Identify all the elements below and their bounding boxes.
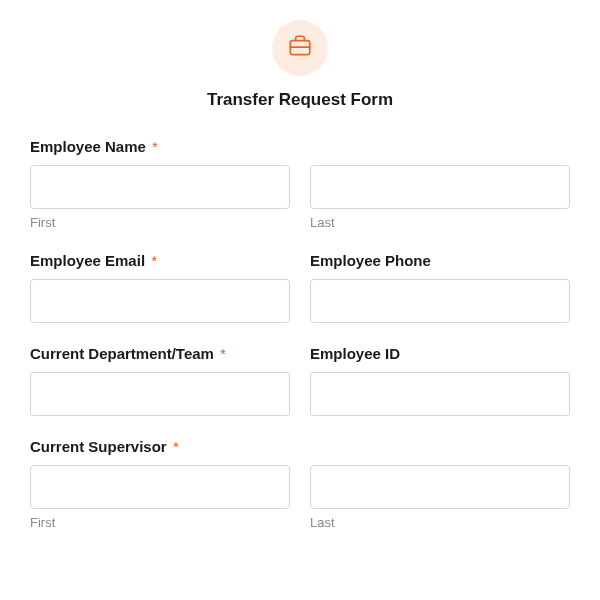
- form-title: Transfer Request Form: [207, 90, 393, 110]
- supervisor-first-input[interactable]: [30, 465, 290, 509]
- field-employee-email: Employee Email *: [30, 252, 290, 323]
- current-department-input[interactable]: [30, 372, 290, 416]
- employee-name-last-col: Last: [310, 165, 570, 230]
- header-icon-circle: [272, 20, 328, 76]
- employee-name-first-col: First: [30, 165, 290, 230]
- required-mark: *: [220, 345, 226, 362]
- label-current-department: Current Department/Team *: [30, 345, 290, 362]
- field-employee-phone: Employee Phone: [310, 252, 570, 323]
- required-mark: *: [173, 438, 179, 455]
- label-employee-id-text: Employee ID: [310, 345, 400, 362]
- employee-phone-input[interactable]: [310, 279, 570, 323]
- employee-name-last-input[interactable]: [310, 165, 570, 209]
- field-employee-id: Employee ID: [310, 345, 570, 416]
- supervisor-first-sublabel: First: [30, 515, 290, 530]
- employee-name-last-sublabel: Last: [310, 215, 570, 230]
- supervisor-last-col: Last: [310, 465, 570, 530]
- label-current-department-text: Current Department/Team: [30, 345, 214, 362]
- supervisor-last-input[interactable]: [310, 465, 570, 509]
- field-current-department: Current Department/Team *: [30, 345, 290, 416]
- employee-email-input[interactable]: [30, 279, 290, 323]
- briefcase-icon: [287, 33, 313, 63]
- supervisor-first-col: First: [30, 465, 290, 530]
- form-header: Transfer Request Form: [30, 20, 570, 110]
- label-employee-email-text: Employee Email: [30, 252, 145, 269]
- field-current-supervisor: Current Supervisor * First Last: [30, 438, 570, 530]
- required-mark: *: [151, 252, 157, 269]
- field-employee-name: Employee Name * First Last: [30, 138, 570, 230]
- label-current-supervisor-text: Current Supervisor: [30, 438, 167, 455]
- label-employee-email: Employee Email *: [30, 252, 290, 269]
- label-current-supervisor: Current Supervisor *: [30, 438, 570, 455]
- employee-id-input[interactable]: [310, 372, 570, 416]
- label-employee-phone-text: Employee Phone: [310, 252, 431, 269]
- employee-name-first-sublabel: First: [30, 215, 290, 230]
- label-employee-name: Employee Name *: [30, 138, 570, 155]
- required-mark: *: [152, 138, 158, 155]
- label-employee-id: Employee ID: [310, 345, 570, 362]
- label-employee-name-text: Employee Name: [30, 138, 146, 155]
- label-employee-phone: Employee Phone: [310, 252, 570, 269]
- supervisor-last-sublabel: Last: [310, 515, 570, 530]
- employee-name-first-input[interactable]: [30, 165, 290, 209]
- form-body: Employee Name * First Last Employee Emai…: [30, 138, 570, 530]
